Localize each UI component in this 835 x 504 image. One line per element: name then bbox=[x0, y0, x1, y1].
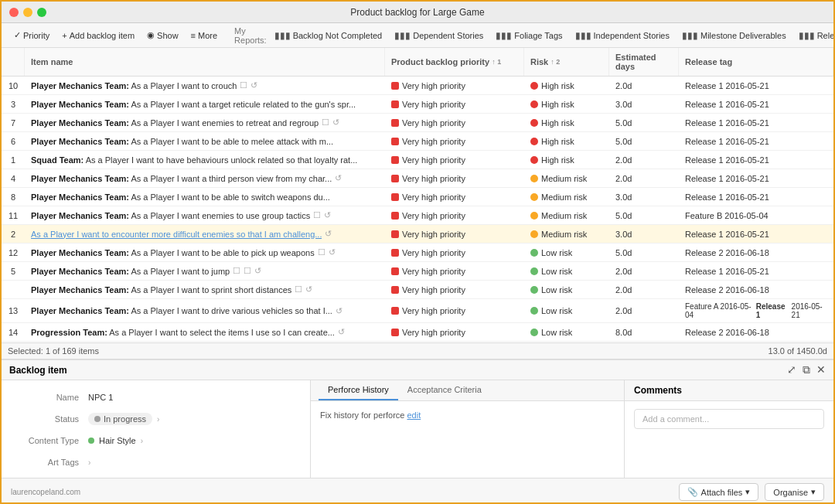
popout-icon[interactable]: ⧉ bbox=[803, 363, 810, 376]
toolbar-dependent-stories[interactable]: ▮▮▮ Dependent Stories bbox=[390, 28, 488, 43]
toolbar-milestone[interactable]: ▮▮▮ Milestone Deliverables bbox=[677, 28, 791, 43]
row-risk: Low risk bbox=[524, 323, 609, 341]
link-icon[interactable]: ↺ bbox=[338, 327, 345, 337]
table-row[interactable]: 10 Player Mechanics Team: As a Player I … bbox=[2, 77, 833, 95]
row-release: Release 2 2016-06-18 bbox=[679, 243, 833, 261]
th-days[interactable]: Estimated days bbox=[609, 48, 679, 76]
tab-bar: Perforce History Acceptance Criteria bbox=[311, 380, 624, 401]
content-type-dot bbox=[88, 438, 94, 444]
link-icon[interactable]: ↺ bbox=[332, 117, 339, 128]
row-item-name: Player Mechanics Team: As a Player I wan… bbox=[25, 169, 385, 187]
toolbar-priority[interactable]: ✓ Priority bbox=[9, 28, 54, 43]
art-tags-arrow[interactable]: › bbox=[88, 458, 90, 467]
row-risk: Low risk bbox=[524, 281, 609, 298]
row-days: 5.0d bbox=[609, 132, 679, 150]
priority-indicator bbox=[391, 286, 399, 294]
link-icon[interactable]: ↺ bbox=[305, 284, 312, 295]
tab-acceptance-criteria[interactable]: Acceptance Criteria bbox=[398, 380, 491, 400]
tab-perforce-history[interactable]: Perforce History bbox=[319, 380, 398, 400]
status-label: Status bbox=[11, 414, 88, 424]
link-icon[interactable]: ↺ bbox=[250, 80, 257, 90]
table-row[interactable]: 14 Progression Team: As a Player I want … bbox=[2, 323, 833, 342]
row-num: 13 bbox=[2, 299, 25, 322]
art-tags-value[interactable]: › bbox=[88, 458, 301, 467]
name-value[interactable]: NPC 1 bbox=[88, 393, 301, 402]
th-release[interactable]: Release tag bbox=[679, 48, 833, 76]
link-icon[interactable]: ↺ bbox=[336, 306, 343, 316]
link-icon[interactable]: ↺ bbox=[324, 210, 331, 220]
table-row[interactable]: 5 Player Mechanics Team: As a Player I w… bbox=[2, 262, 833, 281]
close-panel-icon[interactable]: ✕ bbox=[816, 363, 826, 376]
chart-icon-6: ▮▮▮ bbox=[799, 30, 815, 41]
link-icon[interactable]: ↺ bbox=[329, 247, 336, 257]
row-item-name: Player Mechanics Team: As a Player I wan… bbox=[25, 132, 385, 150]
table-row[interactable]: 11 Player Mechanics Team: As a Player I … bbox=[2, 206, 833, 225]
table-row[interactable]: 4 Player Mechanics Team: As a Player I w… bbox=[2, 169, 833, 188]
checkbox-icon[interactable]: ☐ bbox=[295, 284, 302, 295]
expand-icon[interactable]: ⤢ bbox=[787, 363, 796, 376]
toolbar-show[interactable]: ◉ Show bbox=[142, 28, 183, 43]
checkbox-icon[interactable]: ☐ bbox=[233, 266, 240, 276]
status-arrow[interactable]: › bbox=[157, 415, 159, 424]
row-days: 8.0d bbox=[609, 323, 679, 341]
content-type-arrow[interactable]: › bbox=[141, 437, 143, 445]
table-row[interactable]: Player Mechanics Team: As a Player I wan… bbox=[2, 281, 833, 299]
table-row[interactable]: 7 Player Mechanics Team: As a Player I w… bbox=[2, 114, 833, 132]
row-days: 5.0d bbox=[609, 206, 679, 224]
my-reports-label: My Reports: bbox=[234, 26, 267, 45]
table-row[interactable]: 8 Player Mechanics Team: As a Player I w… bbox=[2, 188, 833, 206]
bottom-panel: Backlog item ⤢ ⧉ ✕ Name NPC 1 Status bbox=[2, 359, 833, 504]
row-item-name: Player Mechanics Team: As a Player I wan… bbox=[25, 188, 385, 206]
row-num: 10 bbox=[2, 77, 25, 94]
row-risk: High risk bbox=[524, 114, 609, 131]
checkbox-icon[interactable]: ☐ bbox=[313, 210, 321, 220]
row-days: 2.0d bbox=[609, 169, 679, 187]
row-item-name: Player Mechanics Team: As a Player I wan… bbox=[25, 95, 385, 113]
comments-panel: Comments Add a comment... bbox=[625, 380, 833, 478]
toolbar-add-backlog[interactable]: + Add backlog item bbox=[57, 29, 139, 43]
row-risk: Medium risk bbox=[524, 206, 609, 224]
checkbox-icon2[interactable]: ☐ bbox=[244, 266, 251, 276]
minimize-button[interactable] bbox=[23, 8, 32, 17]
toolbar-backlog-not-completed[interactable]: ▮▮▮ Backlog Not Completed bbox=[270, 28, 387, 43]
link-icon[interactable]: ↺ bbox=[254, 266, 261, 276]
field-name: Name NPC 1 bbox=[2, 387, 310, 408]
maximize-button[interactable] bbox=[37, 8, 46, 17]
link-icon[interactable]: ↺ bbox=[335, 173, 342, 183]
field-status: Status In progress › bbox=[2, 408, 310, 430]
toolbar-independent-stories[interactable]: ▮▮▮ Independent Stories bbox=[571, 28, 674, 43]
checkbox-icon[interactable]: ☐ bbox=[322, 117, 329, 128]
status-bubble[interactable]: In progress bbox=[88, 413, 152, 425]
toolbar-foliage-tags[interactable]: ▮▮▮ Foliage Tags bbox=[491, 28, 567, 43]
table-row[interactable]: 3 Player Mechanics Team: As a Player I w… bbox=[2, 95, 833, 114]
bottom-footer: laurencopeland.com 📎 Attach files ▾ Orga… bbox=[2, 478, 833, 504]
table-row[interactable]: 1 Squad Team: As a Player I want to have… bbox=[2, 151, 833, 169]
table-row[interactable]: 12 Player Mechanics Team: As a Player I … bbox=[2, 243, 833, 262]
table-row[interactable]: 13 Player Mechanics Team: As a Player I … bbox=[2, 299, 833, 323]
table-row[interactable]: 6 Player Mechanics Team: As a Player I w… bbox=[2, 132, 833, 151]
priority-indicator bbox=[391, 267, 399, 275]
priority-indicator bbox=[391, 307, 399, 315]
checkbox-icon[interactable]: ☐ bbox=[318, 247, 325, 257]
row-risk: Medium risk bbox=[524, 225, 609, 243]
toolbar-more[interactable]: ≡ More bbox=[186, 29, 222, 43]
risk-indicator bbox=[530, 286, 538, 294]
table-row[interactable]: 2 As a Player I want to encounter more d… bbox=[2, 225, 833, 243]
toolbar-release1-status[interactable]: ▮▮▮ Release 1 Status bbox=[794, 28, 835, 43]
chart-icon-3: ▮▮▮ bbox=[496, 30, 512, 41]
attach-files-button[interactable]: 📎 Attach files ▾ bbox=[679, 483, 759, 501]
add-comment-input[interactable]: Add a comment... bbox=[634, 409, 824, 429]
perforce-link[interactable]: edit bbox=[407, 410, 421, 420]
window-controls bbox=[9, 8, 46, 17]
status-value[interactable]: In progress › bbox=[88, 413, 301, 425]
content-type-value[interactable]: Hair Style › bbox=[88, 436, 301, 445]
th-item-name[interactable]: Item name bbox=[25, 48, 385, 76]
checkbox-icon[interactable]: ☐ bbox=[240, 80, 247, 90]
th-risk[interactable]: Risk ↑ 2 bbox=[524, 48, 609, 76]
link-icon[interactable]: ↺ bbox=[325, 229, 332, 239]
close-button[interactable] bbox=[9, 8, 19, 17]
organise-button[interactable]: Organise ▾ bbox=[765, 483, 824, 501]
row-risk: High risk bbox=[524, 77, 609, 94]
th-priority[interactable]: Product backlog priority ↑ 1 bbox=[385, 48, 524, 76]
content-type-label: Content Type bbox=[11, 436, 88, 445]
